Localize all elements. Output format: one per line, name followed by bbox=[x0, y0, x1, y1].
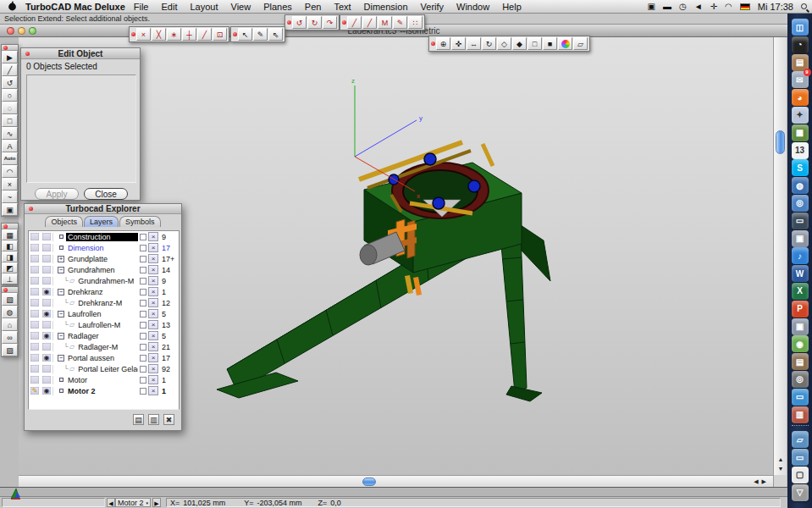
workplane-button[interactable]: ▱ bbox=[573, 37, 588, 50]
layer-x-toggle[interactable]: × bbox=[148, 353, 158, 362]
vertical-scrollbar[interactable]: ▲▼ bbox=[773, 37, 787, 475]
rectangle-tool-button[interactable]: □ bbox=[2, 114, 18, 127]
layer-name[interactable]: Dimension bbox=[66, 244, 106, 252]
snap-vertex-button[interactable]: × bbox=[136, 28, 151, 41]
extrude-tool-button[interactable]: ◧ bbox=[2, 240, 18, 251]
edit-flag-cell[interactable] bbox=[30, 232, 40, 241]
dock-photo-booth[interactable]: ▣ bbox=[792, 230, 809, 247]
layer-name[interactable]: Grundrahmen bbox=[66, 266, 117, 274]
menu-help[interactable]: Help bbox=[502, 2, 522, 12]
window-minimize-button[interactable] bbox=[18, 27, 25, 35]
layer-x-toggle[interactable]: × bbox=[148, 232, 158, 241]
hammer-tool-button[interactable]: ⊥ bbox=[2, 273, 18, 284]
new-layer-button[interactable]: ▤ bbox=[133, 414, 144, 425]
layer-row[interactable]: └▱Laufrollen-M×13 bbox=[29, 319, 179, 330]
layer-row[interactable]: └▱Drehkranz-M×12 bbox=[29, 297, 179, 308]
wifi-icon[interactable]: ◠ bbox=[725, 0, 732, 14]
menu-dimension[interactable]: Dimension bbox=[364, 2, 408, 12]
multiline-button[interactable]: M bbox=[378, 16, 392, 29]
window-close-button[interactable] bbox=[7, 27, 14, 35]
volume-icon[interactable]: ◄ bbox=[694, 0, 703, 14]
menu-edit[interactable]: Edit bbox=[162, 2, 178, 12]
displays-icon[interactable]: ▬ bbox=[663, 0, 671, 14]
dock-documents-stack[interactable]: ▱ bbox=[792, 431, 809, 448]
layer-row[interactable]: └▱Portal Leiter Gelaender×92 bbox=[29, 363, 179, 374]
dock-mail[interactable]: ✉9 bbox=[792, 71, 809, 88]
layer-name[interactable]: Drehkranz bbox=[66, 288, 105, 296]
layer-checkbox[interactable] bbox=[140, 300, 146, 306]
delete-layer-button[interactable]: ✖ bbox=[163, 414, 174, 425]
dock-minecraft[interactable]: ▦ bbox=[792, 124, 809, 141]
select-arrow-button[interactable]: ↖ bbox=[238, 28, 252, 41]
layer-name[interactable]: Portal aussen bbox=[66, 354, 116, 362]
layer-row[interactable]: ◉−Portal aussen×17 bbox=[29, 352, 179, 363]
dock-downloads-stack[interactable]: ▢ bbox=[792, 467, 809, 483]
layer-name[interactable]: Grundrahmen-M bbox=[76, 277, 135, 285]
layer-x-toggle[interactable]: × bbox=[148, 254, 158, 263]
dock-finder[interactable]: ◫ bbox=[792, 19, 809, 36]
dock-installer-box[interactable]: ▥ bbox=[792, 406, 809, 423]
edit-flag-cell[interactable] bbox=[30, 309, 40, 318]
dock-excel[interactable]: X bbox=[792, 283, 809, 300]
visibility-cell[interactable] bbox=[41, 364, 52, 373]
expander-icon[interactable]: − bbox=[58, 289, 64, 295]
dock-trash[interactable]: ▽ bbox=[792, 484, 809, 501]
line-tool-button[interactable]: ╱ bbox=[2, 64, 18, 76]
rotate-tool-button[interactable]: ↺ bbox=[2, 76, 18, 89]
close-toolbar-button[interactable] bbox=[233, 32, 237, 36]
snap-intersection-button[interactable]: ╳ bbox=[152, 28, 166, 41]
dock-steering-wheel-app[interactable]: ◎ bbox=[792, 371, 809, 388]
apple-menu-icon[interactable] bbox=[5, 1, 19, 13]
layer-name[interactable]: Construction bbox=[66, 233, 138, 241]
edit-flag-cell[interactable] bbox=[30, 265, 40, 274]
dock-dashboard[interactable]: ◔ bbox=[792, 36, 809, 53]
layer-x-toggle[interactable]: × bbox=[148, 298, 158, 307]
keyboard-viewer-icon[interactable]: ✛ bbox=[710, 0, 717, 14]
layer-row[interactable]: Construction×9 bbox=[29, 231, 179, 242]
visibility-cell[interactable] bbox=[41, 375, 52, 384]
snap-center-button[interactable]: ┼ bbox=[182, 28, 196, 41]
edit-flag-cell[interactable]: ✎ bbox=[30, 386, 40, 395]
close-button[interactable]: Close bbox=[84, 188, 128, 200]
visibility-cell[interactable] bbox=[41, 254, 52, 263]
close-toolbar-button[interactable] bbox=[342, 20, 346, 25]
dock-display-utility[interactable]: ▭ bbox=[792, 213, 809, 229]
layer-row[interactable]: Motor×1 bbox=[29, 374, 179, 385]
dock-iphoto[interactable]: ▣ bbox=[792, 318, 809, 335]
layer-row[interactable]: └▱Radlager-M×21 bbox=[29, 341, 179, 352]
delete-tool-button[interactable]: × bbox=[2, 178, 18, 190]
visibility-cell[interactable]: ◉ bbox=[41, 331, 52, 340]
dock-dvd-player[interactable]: ◎ bbox=[792, 195, 809, 212]
layer-name[interactable]: Drehkranz-M bbox=[76, 299, 124, 307]
layer-name[interactable]: Motor 2 bbox=[66, 387, 97, 395]
dock-railroad-app[interactable]: ▤ bbox=[792, 353, 809, 370]
flag-de-icon[interactable] bbox=[740, 3, 750, 10]
hidden-line-cube-button[interactable]: ◆ bbox=[512, 37, 527, 50]
layer-checkbox[interactable] bbox=[140, 366, 146, 373]
menu-planes[interactable]: Planes bbox=[263, 2, 292, 12]
expander-icon[interactable]: − bbox=[58, 355, 64, 362]
layer-checkbox[interactable] bbox=[140, 289, 146, 295]
shaded-cube-button[interactable]: □ bbox=[528, 37, 542, 50]
app-menu-title[interactable]: TurboCAD Mac Deluxe bbox=[25, 2, 125, 12]
layer-checkbox[interactable] bbox=[140, 322, 146, 329]
wireframe-cube-button[interactable]: ◇ bbox=[497, 37, 511, 50]
window-resize-grip[interactable] bbox=[773, 475, 787, 487]
layer-checkbox[interactable] bbox=[140, 388, 146, 395]
layer-checkbox[interactable] bbox=[140, 245, 146, 251]
close-palette-button[interactable] bbox=[25, 52, 30, 56]
visibility-cell[interactable] bbox=[41, 298, 52, 307]
visibility-cell[interactable]: ◉ bbox=[41, 353, 52, 362]
tab-objects[interactable]: Objects bbox=[45, 216, 83, 227]
snap-tangent-button[interactable]: ╱ bbox=[197, 28, 212, 41]
vertical-scrollbar-thumb[interactable] bbox=[776, 130, 785, 154]
mesh-tool-button[interactable]: ▦ bbox=[2, 229, 18, 240]
freehand-button[interactable]: ✎ bbox=[393, 16, 407, 29]
edit-flag-cell[interactable] bbox=[30, 375, 40, 384]
layer-checkbox[interactable] bbox=[140, 333, 146, 340]
edit-flag-cell[interactable] bbox=[30, 353, 40, 362]
menu-view[interactable]: View bbox=[231, 2, 251, 12]
rotate-ccw-button[interactable]: ↺ bbox=[292, 16, 307, 29]
edit-flag-cell[interactable] bbox=[30, 331, 40, 340]
dock-powerpoint[interactable]: P bbox=[792, 301, 809, 318]
